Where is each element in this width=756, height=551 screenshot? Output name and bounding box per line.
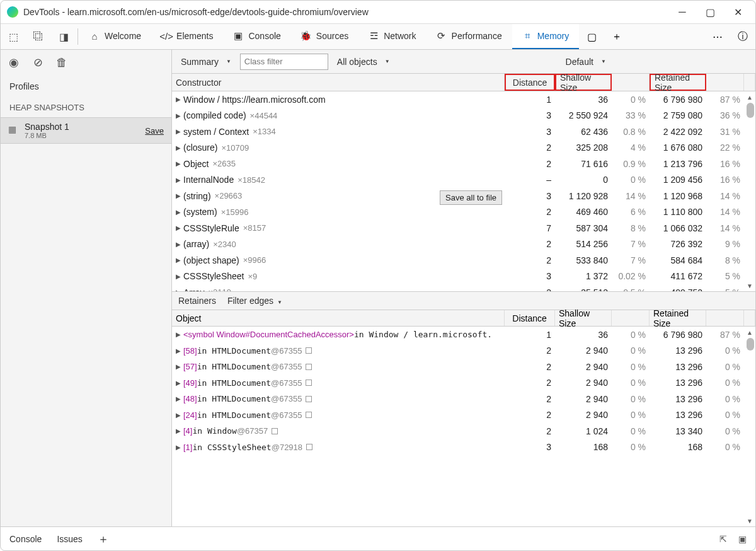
table-row[interactable]: ▶(compiled code)×44544 3 2 550 924 33 % … [172, 108, 744, 124]
retainer-row[interactable]: ▶[58] in HTMLDocument @67355 2 2 940 0 %… [172, 343, 744, 359]
expand-icon[interactable]: ▶ [176, 160, 181, 167]
retainer-row[interactable]: ▶[48] in HTMLDocument @67355 2 2 940 0 %… [172, 391, 744, 407]
expand-icon[interactable]: ▶ [176, 144, 181, 151]
retainer-row[interactable]: ▶[4] in Window @67357 2 1 024 0 % 13 340… [172, 423, 744, 439]
delete-icon[interactable]: 🗑 [55, 55, 69, 69]
retainers-grid-header: Object Distance Shallow Size Retained Si… [172, 310, 755, 327]
class-filter-input[interactable] [240, 54, 328, 70]
retainer-row[interactable]: ▶<symbol Window#DocumentCachedAccessor> … [172, 327, 744, 343]
console-tab[interactable]: Console [9, 534, 42, 544]
close-button[interactable]: ✕ [733, 6, 743, 18]
scroll-down-icon[interactable]: ▼ [744, 280, 755, 291]
expand-icon[interactable]: ▶ [176, 128, 181, 135]
scrollbar-thumb[interactable] [747, 103, 754, 118]
column-shallow-pct[interactable] [612, 74, 650, 91]
table-row[interactable]: ▶(object shape)×9966 2 533 840 7 % 584 6… [172, 252, 744, 269]
table-row[interactable]: ▶(array)×2340 2 514 256 7 % 726 392 9 % [172, 236, 744, 253]
dock-side-icon[interactable]: ◨ [51, 24, 76, 49]
table-row[interactable]: ▶CSSStyleRule×8157 7 587 304 8 % 1 066 0… [172, 220, 744, 236]
expand-icon[interactable]: ▶ [176, 112, 181, 119]
save-button[interactable]: Save [145, 126, 164, 136]
scroll-up-icon[interactable]: ▲ [744, 91, 755, 103]
expand-icon[interactable]: ▶ [176, 209, 181, 216]
objects-filter-dropdown[interactable]: All objects [328, 50, 557, 73]
column-distance-2[interactable]: Distance [505, 310, 555, 326]
summary-dropdown[interactable]: Summary [172, 50, 240, 73]
table-row[interactable]: ▶InternalNode×18542 – 0 0 % 1 209 456 16… [172, 172, 744, 188]
expand-icon[interactable]: ▶ [176, 412, 181, 419]
column-distance[interactable]: Distance [505, 74, 555, 91]
scroll-down-icon-2[interactable]: ▼ [744, 515, 755, 526]
tab-memory[interactable]: ⌗Memory [512, 24, 580, 49]
drawer-icon-2[interactable]: ▣ [738, 534, 747, 544]
tab-elements[interactable]: </>Elements [151, 24, 223, 49]
column-shallow-2[interactable]: Shallow Size [555, 310, 612, 326]
toggle-device-icon[interactable]: ⿻ [26, 24, 51, 49]
expand-icon[interactable]: ▶ [176, 96, 181, 103]
inspect-element-icon[interactable]: ⬚ [1, 24, 26, 49]
retainer-row[interactable]: ▶[1] in CSSStyleSheet @72918 3 168 0 % 1… [172, 439, 744, 456]
table-row[interactable]: ▶CSSStyleSheet×9 3 1 372 0.02 % 411 672 … [172, 269, 744, 285]
expand-icon[interactable]: ▶ [176, 273, 181, 280]
profiles-label: Profiles [1, 75, 171, 98]
clear-icon[interactable]: ⊘ [31, 55, 45, 69]
table-row[interactable]: ▶Window / https://learn.microsoft.com 1 … [172, 91, 744, 108]
elements-icon: </> [161, 31, 171, 41]
table-row[interactable]: ▶Array×2119 2 35 512 0.5 % 400 752 5 % [172, 284, 744, 291]
expand-icon[interactable]: ▶ [176, 241, 181, 248]
tab-welcome[interactable]: ⌂Welcome [79, 24, 151, 49]
column-shallow-size[interactable]: Shallow Size [555, 74, 612, 91]
record-icon[interactable]: ◉ [7, 55, 21, 69]
column-constructor[interactable]: Constructor [172, 74, 505, 91]
expand-icon[interactable]: ▶ [176, 331, 181, 338]
default-dropdown[interactable]: Default [557, 50, 615, 73]
snapshot-name: Snapshot 1 [25, 122, 145, 132]
retainer-row[interactable]: ▶[57] in HTMLDocument @67355 2 2 940 0 %… [172, 359, 744, 375]
table-row[interactable]: ▶(string)×29663Save all to file 3 1 120 … [172, 188, 744, 204]
table-row[interactable]: ▶(closure)×10709 2 325 208 4 % 1 676 080… [172, 140, 744, 156]
expand-icon[interactable]: ▶ [176, 289, 181, 291]
column-retained-2[interactable]: Retained Size [650, 310, 706, 326]
expand-icon[interactable]: ▶ [176, 395, 181, 402]
issues-tab[interactable]: Issues [57, 534, 82, 544]
heap-snapshots-header: HEAP SNAPSHOTS [1, 98, 171, 117]
column-retained-pct[interactable] [706, 74, 744, 91]
expand-icon[interactable]: ▶ [176, 380, 181, 386]
table-row[interactable]: ▶(system)×15996 2 469 460 6 % 1 110 800 … [172, 204, 744, 221]
expand-icon[interactable]: ▶ [176, 444, 181, 451]
expand-icon[interactable]: ▶ [176, 257, 181, 264]
expand-icon[interactable]: ▶ [176, 192, 181, 199]
table-row[interactable]: ▶Object×2635 2 71 616 0.9 % 1 213 796 16… [172, 156, 744, 172]
expand-icon[interactable]: ▶ [176, 427, 181, 434]
tab-performance[interactable]: ⟳Performance [427, 24, 512, 49]
maximize-button[interactable]: ▢ [705, 6, 715, 18]
tab-overflow-button[interactable]: ▢ [579, 24, 604, 49]
tab-sources[interactable]: 🐞Sources [291, 24, 358, 49]
table-row[interactable]: ▶system / Context×1334 3 62 436 0.8 % 2 … [172, 124, 744, 140]
snapshot-icon: ▦ [8, 124, 21, 137]
retainer-row[interactable]: ▶[49] in HTMLDocument @67355 2 2 940 0 %… [172, 375, 744, 392]
add-tab-button[interactable]: ＋ [604, 24, 629, 49]
chip-icon: ⌗ [522, 31, 532, 41]
bug-icon: 🐞 [301, 31, 311, 41]
drawer-footer: Console Issues ＋ ⇱ ▣ [1, 526, 755, 550]
more-button[interactable]: ⋯ [705, 24, 730, 49]
help-button[interactable]: ⓘ [730, 24, 755, 49]
expand-icon[interactable]: ▶ [176, 347, 181, 354]
add-drawer-tab[interactable]: ＋ [98, 531, 109, 547]
expand-icon[interactable]: ▶ [176, 363, 181, 370]
scrollbar-thumb-2[interactable] [747, 338, 754, 351]
drawer-icon-1[interactable]: ⇱ [719, 534, 727, 544]
snapshot-item[interactable]: ▦ Snapshot 1 7.8 MB Save [1, 117, 171, 144]
retainer-row[interactable]: ▶[24] in HTMLDocument @67355 2 2 940 0 %… [172, 407, 744, 424]
expand-icon[interactable]: ▶ [176, 177, 181, 183]
tab-network[interactable]: ☲Network [358, 24, 426, 49]
expand-icon[interactable]: ▶ [176, 224, 181, 231]
scroll-up-icon-2[interactable]: ▲ [744, 327, 755, 338]
column-retained-size[interactable]: Retained Size [650, 74, 706, 91]
save-all-tooltip[interactable]: Save all to file [440, 190, 502, 205]
column-object[interactable]: Object [172, 310, 505, 326]
tab-console[interactable]: ▣Console [223, 24, 290, 49]
filter-edges-dropdown[interactable]: Filter edges [227, 296, 282, 306]
minimize-button[interactable]: ─ [677, 6, 687, 18]
